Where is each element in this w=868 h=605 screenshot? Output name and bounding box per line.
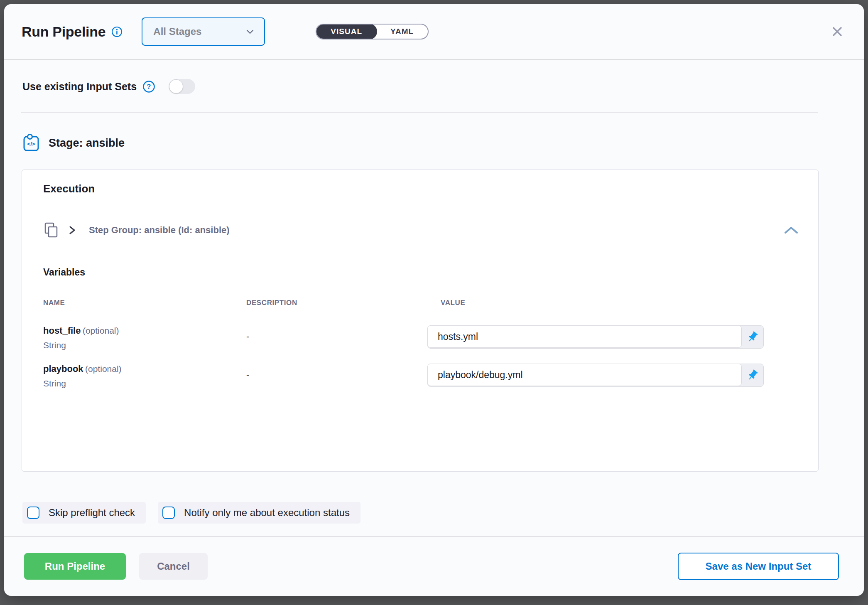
variable-description: - — [233, 325, 427, 342]
execution-title: Execution — [43, 182, 799, 195]
stage-selector-dropdown[interactable]: All Stages — [142, 17, 265, 46]
run-pipeline-modal: Run Pipeline All Stages VISUAL YAML — [4, 4, 864, 596]
input-sets-label: Use existing Input Sets — [22, 81, 137, 93]
pin-value-button[interactable] — [742, 364, 763, 386]
skip-preflight-option[interactable]: Skip preflight check — [22, 502, 146, 524]
variable-type: String — [43, 379, 233, 389]
table-row: host_file (optional) String - — [43, 325, 799, 350]
column-header-name: NAME — [43, 299, 233, 307]
stage-heading-row: </> Stage: ansible — [4, 113, 864, 152]
variable-value-input[interactable] — [427, 364, 742, 386]
visual-yaml-toggle: VISUAL YAML — [316, 24, 429, 39]
svg-text:?: ? — [147, 83, 151, 90]
page-title: Run Pipeline — [22, 24, 105, 40]
checkbox-label: Notify only me about execution status — [184, 507, 350, 519]
checkbox[interactable] — [27, 507, 39, 519]
chevron-up-icon — [783, 225, 799, 235]
help-icon[interactable]: ? — [142, 80, 155, 93]
step-group-row: Step Group: ansible (Id: ansible) — [43, 221, 799, 239]
stage-selector-value: All Stages — [153, 26, 201, 37]
toggle-knob — [169, 79, 183, 93]
variable-optional-tag: (optional) — [83, 326, 119, 335]
execution-card: Execution Step Group: ansible (Id: ansib… — [22, 170, 819, 472]
variables-title: Variables — [43, 267, 799, 278]
collapse-section-button[interactable] — [783, 225, 799, 235]
cancel-button[interactable]: Cancel — [139, 553, 208, 580]
variable-name: host_file — [43, 325, 81, 336]
step-group-label[interactable]: Step Group: ansible (Id: ansible) — [89, 225, 230, 236]
info-icon[interactable] — [111, 26, 123, 37]
variables-header-row: NAME DESCRIPTION VALUE — [43, 299, 799, 307]
pin-value-button[interactable] — [742, 326, 763, 348]
chevron-right-icon — [68, 225, 76, 236]
table-row: playbook (optional) String - — [43, 364, 799, 389]
step-group-icon — [43, 221, 59, 239]
variables-table: NAME DESCRIPTION VALUE host_file (option… — [43, 299, 799, 389]
stage-icon: </> — [23, 134, 39, 152]
variable-type: String — [43, 340, 233, 350]
pin-icon — [746, 331, 759, 343]
variable-description: - — [233, 364, 427, 380]
checkbox[interactable] — [162, 507, 175, 519]
variable-name: playbook — [43, 364, 83, 374]
notify-only-me-option[interactable]: Notify only me about execution status — [158, 502, 360, 524]
stage-title: Stage: ansible — [49, 137, 125, 150]
tab-yaml[interactable]: YAML — [376, 25, 428, 39]
checkbox-label: Skip preflight check — [49, 507, 135, 519]
modal-header: Run Pipeline All Stages VISUAL YAML — [4, 4, 864, 60]
value-input-group — [427, 325, 764, 349]
value-input-group — [427, 364, 764, 387]
input-sets-row: Use existing Input Sets ? — [4, 60, 864, 112]
close-button[interactable] — [827, 22, 847, 42]
column-header-description: DESCRIPTION — [246, 299, 441, 307]
variable-optional-tag: (optional) — [85, 364, 122, 374]
variable-value-input[interactable] — [427, 325, 742, 348]
run-pipeline-button[interactable]: Run Pipeline — [24, 553, 126, 580]
tab-visual[interactable]: VISUAL — [316, 24, 377, 39]
column-header-value: VALUE — [441, 299, 799, 307]
run-options-row: Skip preflight check Notify only me abou… — [22, 502, 864, 524]
pin-icon — [746, 369, 759, 381]
svg-text:</>: </> — [27, 141, 35, 147]
expand-step-group-chevron[interactable] — [68, 225, 76, 236]
save-as-new-input-set-button[interactable]: Save as New Input Set — [678, 553, 839, 580]
chevron-down-icon — [245, 27, 255, 37]
input-sets-toggle[interactable] — [169, 79, 195, 94]
close-icon — [831, 25, 844, 38]
modal-footer: Run Pipeline Cancel Save as New Input Se… — [4, 536, 864, 596]
